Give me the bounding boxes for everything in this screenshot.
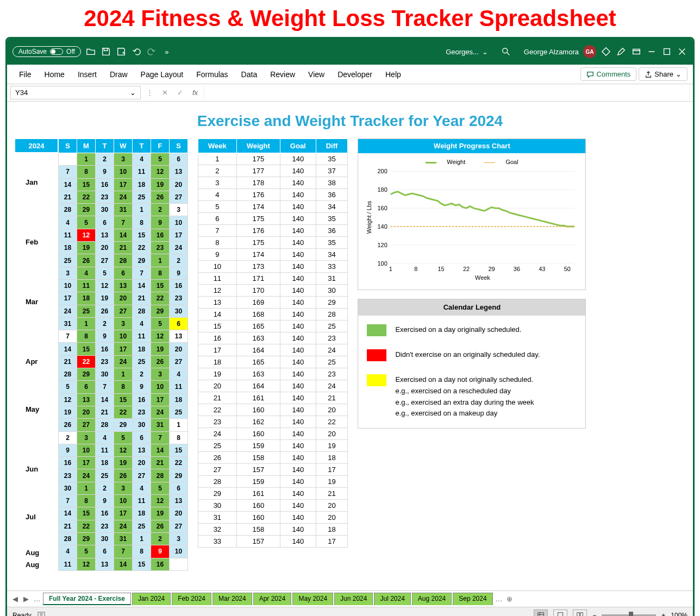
grip-icon[interactable]: ⋮ [143, 86, 156, 99]
calendar-cell[interactable]: 12 [151, 330, 170, 343]
pen-icon[interactable] [616, 46, 627, 57]
diamond-icon[interactable] [601, 46, 611, 57]
weight-cell[interactable]: 19 [316, 440, 348, 452]
fx-icon[interactable]: fx [189, 86, 202, 99]
calendar-cell[interactable]: 22 [77, 355, 96, 368]
calendar-cell[interactable]: 2 [59, 431, 77, 444]
calendar-cell[interactable]: 21 [59, 355, 77, 368]
weight-cell[interactable]: 23 [316, 332, 348, 344]
weight-cell[interactable]: 140 [280, 512, 316, 524]
weight-cell[interactable]: 140 [280, 524, 316, 536]
weight-cell[interactable]: 18 [198, 356, 237, 368]
calendar-cell[interactable]: 6 [96, 545, 114, 558]
calendar-cell[interactable]: 9 [59, 444, 77, 456]
calendar-cell[interactable]: 4 [59, 545, 77, 558]
weight-cell[interactable]: 161 [236, 392, 280, 404]
weight-cell[interactable]: 140 [280, 285, 316, 297]
calendar-cell[interactable]: 3 [59, 267, 77, 279]
calendar-cell[interactable]: 29 [151, 305, 170, 317]
calendar-cell[interactable]: 13 [170, 166, 188, 178]
calendar-cell[interactable]: 31 [59, 317, 77, 330]
weight-cell[interactable]: 35 [316, 213, 348, 225]
calendar-cell[interactable]: 11 [133, 166, 151, 178]
weight-cell[interactable]: 159 [236, 476, 280, 488]
calendar-cell[interactable]: 29 [77, 368, 96, 381]
calendar-cell[interactable]: 19 [151, 507, 170, 520]
calendar-cell[interactable]: 24 [114, 520, 133, 532]
view-page-layout-icon[interactable] [553, 609, 567, 617]
weight-cell[interactable]: 169 [236, 297, 280, 309]
weight-cell[interactable]: 173 [236, 261, 280, 273]
sheet-tab[interactable]: Full Year 2024 - Exercise [43, 593, 131, 605]
weight-cell[interactable]: 31 [198, 512, 237, 524]
calendar-cell[interactable]: 13 [96, 229, 114, 241]
weight-cell[interactable]: 140 [280, 392, 316, 404]
calendar-cell[interactable]: 16 [151, 558, 170, 571]
calendar-cell[interactable]: 9 [151, 545, 170, 558]
weight-cell[interactable]: 140 [280, 273, 316, 285]
sheet-tab[interactable]: Jun 2024 [334, 593, 373, 605]
weight-cell[interactable]: 18 [316, 452, 348, 464]
calendar-cell[interactable] [59, 153, 77, 166]
calendar-cell[interactable]: 2 [96, 317, 114, 330]
weight-cell[interactable]: 140 [280, 261, 316, 273]
weight-cell[interactable]: 28 [198, 476, 237, 488]
calendar-cell[interactable]: 13 [170, 330, 188, 343]
calendar-cell[interactable]: 24 [77, 469, 96, 482]
weight-cell[interactable]: 17 [198, 344, 237, 356]
weight-cell[interactable]: 160 [236, 404, 280, 416]
weight-cell[interactable]: 20 [198, 380, 237, 392]
weight-cell[interactable]: 35 [316, 153, 348, 165]
calendar-cell[interactable]: 28 [59, 368, 77, 381]
calendar-cell[interactable]: 20 [133, 457, 151, 469]
calendar-cell[interactable]: 23 [170, 292, 188, 305]
calendar-cell[interactable]: 5 [151, 482, 170, 494]
calendar-cell[interactable]: 15 [133, 558, 151, 571]
calendar-cell[interactable]: 10 [151, 381, 170, 393]
calendar-cell[interactable]: 13 [114, 279, 133, 292]
weight-cell[interactable]: 140 [280, 488, 316, 500]
weight-cell[interactable]: 164 [236, 380, 280, 392]
calendar-cell[interactable]: 21 [59, 520, 77, 532]
weight-cell[interactable]: 25 [316, 320, 348, 332]
calendar-cell[interactable]: 17 [151, 393, 170, 406]
calendar-cell[interactable]: 29 [133, 254, 151, 267]
calendar-cell[interactable]: 26 [151, 191, 170, 203]
calendar-cell[interactable]: 6 [170, 153, 188, 166]
weight-cell[interactable]: 23 [316, 368, 348, 380]
calendar-cell[interactable]: 18 [77, 292, 96, 305]
calendar-cell[interactable]: 11 [133, 495, 151, 507]
calendar-cell[interactable]: 11 [59, 558, 77, 571]
search-icon[interactable] [501, 46, 511, 57]
calendar-cell[interactable]: 15 [170, 444, 188, 456]
weight-cell[interactable]: 36 [316, 225, 348, 237]
weight-cell[interactable]: 4 [198, 189, 237, 201]
calendar-cell[interactable]: 1 [77, 317, 96, 330]
weight-cell[interactable]: 21 [316, 392, 348, 404]
calendar-cell[interactable]: 3 [114, 317, 133, 330]
sheet-tab[interactable]: Jul 2024 [374, 593, 410, 605]
calendar-cell[interactable]: 10 [77, 444, 96, 456]
cancel-icon[interactable]: ✕ [158, 86, 171, 99]
calendar-cell[interactable]: 22 [77, 191, 96, 203]
weight-cell[interactable]: 163 [236, 368, 280, 380]
calendar-cell[interactable]: 8 [114, 381, 133, 393]
weight-cell[interactable]: 11 [198, 273, 237, 285]
calendar-cell[interactable]: 28 [59, 204, 77, 216]
calendar-cell[interactable]: 30 [133, 419, 151, 431]
calendar-cell[interactable]: 26 [96, 305, 114, 317]
calendar-cell[interactable]: 30 [96, 532, 114, 545]
close-icon[interactable] [677, 46, 688, 57]
window-icon[interactable] [631, 46, 642, 57]
calendar-cell[interactable]: 21 [96, 406, 114, 418]
weight-cell[interactable]: 140 [280, 536, 316, 548]
weight-cell[interactable]: 37 [316, 165, 348, 177]
calendar-cell[interactable]: 15 [77, 507, 96, 520]
weight-cell[interactable]: 177 [236, 165, 280, 177]
weight-cell[interactable]: 12 [198, 285, 237, 297]
calendar-cell[interactable]: 27 [96, 254, 114, 267]
calendar-cell[interactable]: 4 [96, 431, 114, 444]
weight-cell[interactable]: 27 [198, 464, 237, 476]
calendar-cell[interactable]: 25 [133, 355, 151, 368]
weight-cell[interactable]: 176 [236, 189, 280, 201]
